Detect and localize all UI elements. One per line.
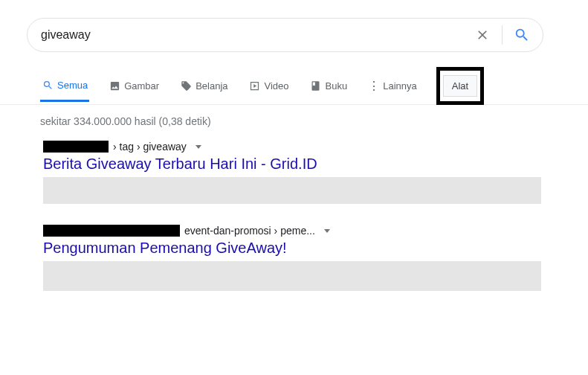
redacted-domain	[43, 141, 109, 153]
search-result: event-dan-promosi › peme... Pengumuman P…	[43, 225, 541, 291]
book-icon	[310, 80, 322, 92]
search-button[interactable]	[507, 20, 537, 50]
result-title-link[interactable]: Pengumuman Pemenang GiveAway!	[43, 240, 287, 257]
tools-highlight-box: Alat	[436, 67, 484, 105]
tab-label: Buku	[326, 80, 348, 92]
tag-icon	[180, 80, 192, 92]
tab-all[interactable]: Semua	[40, 70, 89, 102]
tab-label: Gambar	[124, 80, 159, 92]
tab-label: Belanja	[196, 80, 227, 92]
search-result: › tag › giveaway Berita Giveaway Terbaru…	[43, 141, 541, 204]
redacted-domain	[43, 225, 180, 237]
search-results: › tag › giveaway Berita Giveaway Terbaru…	[0, 127, 588, 291]
clear-search-button[interactable]	[468, 20, 497, 50]
search-container: Semua Gambar Belanja Video	[0, 0, 588, 105]
search-box	[27, 18, 543, 52]
tab-label: Video	[265, 80, 289, 92]
tab-more[interactable]: ⋮ Lainnya	[366, 71, 419, 101]
result-title-link[interactable]: Berita Giveaway Terbaru Hari Ini - Grid.…	[43, 156, 317, 173]
breadcrumb: › tag › giveaway	[113, 141, 187, 153]
divider	[502, 25, 503, 45]
redacted-snippet	[43, 177, 541, 204]
tab-label: Semua	[57, 80, 88, 91]
image-icon	[109, 80, 120, 92]
tab-books[interactable]: Buku	[308, 71, 349, 101]
tab-video[interactable]: Video	[248, 71, 291, 101]
tab-images[interactable]: Gambar	[107, 71, 161, 101]
redacted-snippet	[43, 261, 541, 291]
chevron-down-icon[interactable]	[196, 145, 201, 149]
breadcrumb: event-dan-promosi › peme...	[184, 225, 315, 237]
tools-button[interactable]: Alat	[443, 75, 477, 97]
result-cite: › tag › giveaway	[43, 141, 541, 153]
tabs: Semua Gambar Belanja Video	[27, 67, 561, 105]
search-input[interactable]	[41, 28, 468, 42]
tab-shopping[interactable]: Belanja	[178, 71, 229, 101]
tab-label: Lainnya	[383, 80, 417, 92]
result-cite: event-dan-promosi › peme...	[43, 225, 541, 237]
tabs-container: Semua Gambar Belanja Video	[27, 67, 561, 105]
result-stats: sekitar 334.000.000 hasil (0,38 detik)	[0, 105, 588, 127]
chevron-down-icon[interactable]	[324, 229, 330, 233]
more-vertical-icon: ⋮	[368, 80, 379, 92]
search-icon	[42, 79, 54, 91]
close-icon	[475, 28, 490, 42]
play-icon	[249, 80, 261, 92]
search-icon	[514, 27, 530, 43]
